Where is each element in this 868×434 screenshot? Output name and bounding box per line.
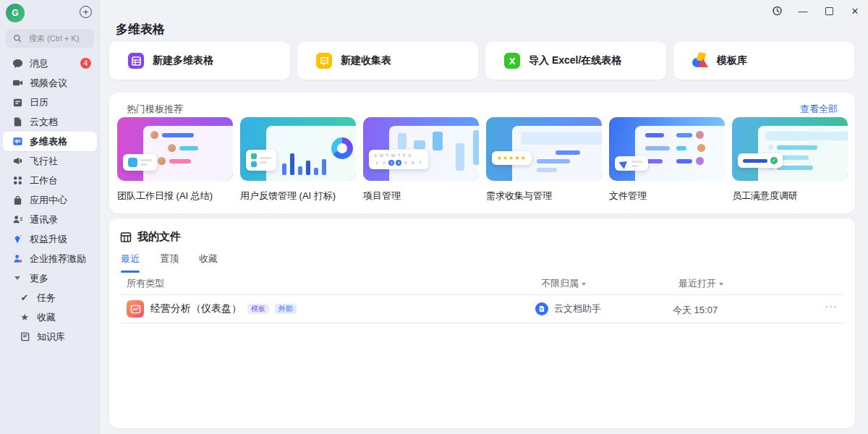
calendar-day: 6 <box>410 160 416 166</box>
tab-favorites[interactable]: 收藏 <box>199 252 218 273</box>
sidebar-item-video-meeting[interactable]: 视频会议 <box>3 73 97 93</box>
template-card-employee-survey[interactable]: ✓ 员工满意度调研 <box>732 117 848 203</box>
file-name[interactable]: 经营分析（仪表盘） <box>150 302 242 315</box>
more-icon[interactable]: ··· <box>825 299 838 312</box>
window-controls: — ✕ <box>771 5 861 17</box>
deco <box>768 145 773 150</box>
filter-owner[interactable]: 不限归属 <box>541 277 586 290</box>
file-row[interactable]: 经营分析（仪表盘） 模板 外部 云文档助手 今天 15:07 ··· <box>109 295 855 323</box>
filter-all-types[interactable]: 所有类型 <box>127 277 164 290</box>
deco <box>615 156 648 171</box>
sidebar-item-label: 应用中心 <box>30 194 67 207</box>
sidebar-item-favorites[interactable]: ★ 收藏 <box>3 307 97 327</box>
history-icon[interactable] <box>771 5 783 17</box>
calendar-day: 3 <box>388 160 394 166</box>
deco <box>168 144 233 152</box>
progress-decoration: ✓ <box>738 153 783 168</box>
sidebar-item-wiki[interactable]: 知识库 <box>3 327 97 346</box>
filter-label: 所有类型 <box>127 277 164 290</box>
button-label: 新建多维表格 <box>153 54 213 67</box>
owner-cell: 云文档助手 <box>535 302 601 315</box>
sidebar-item-contacts[interactable]: 通讯录 <box>3 210 97 229</box>
sidebar-item-tasks[interactable]: ✔ 任务 <box>3 288 97 307</box>
avatar <box>158 157 166 165</box>
deco <box>322 159 326 175</box>
section-title: 我的文件 <box>137 230 181 244</box>
sidebar-item-more[interactable]: 更多 <box>3 268 97 288</box>
close-icon[interactable]: ✕ <box>849 5 861 17</box>
deco <box>537 168 557 172</box>
sidebar-item-upgrade[interactable]: 权益升级 <box>3 229 97 249</box>
sidebar-item-referral[interactable]: 企业推荐激励 <box>3 249 97 268</box>
template-card-daily-report[interactable]: 团队工作日报 (AI 总结) <box>117 117 233 203</box>
deco <box>556 150 580 155</box>
owner-avatar <box>535 302 548 315</box>
deco <box>314 168 318 175</box>
sidebar-item-label: 知识库 <box>37 331 65 344</box>
import-excel-button[interactable]: X 导入 Excel/在线表格 <box>485 42 666 80</box>
sidebar-item-app-center[interactable]: 应用中心 <box>3 190 97 210</box>
button-label: 模板库 <box>717 54 747 67</box>
deco <box>433 132 443 150</box>
deco <box>676 133 692 137</box>
form-icon <box>316 53 332 69</box>
deco <box>266 126 356 181</box>
add-icon[interactable]: + <box>80 6 92 18</box>
deco <box>676 146 686 150</box>
check-icon: ✔ <box>19 292 30 304</box>
template-card-requirements[interactable]: ★★★★★ 需求收集与管理 <box>486 117 602 203</box>
template-card-project-management[interactable]: S M T W T F S 1 2 3 4 5 6 7 项目管理 <box>363 117 479 203</box>
deco <box>777 145 817 150</box>
maximize-icon[interactable] <box>823 5 835 17</box>
deco <box>645 146 670 150</box>
avatar <box>150 131 158 139</box>
file-name-cell: 经营分析（仪表盘） 模板 外部 <box>150 302 297 315</box>
tab-pinned[interactable]: 置顶 <box>160 252 179 273</box>
template-label: 需求收集与管理 <box>486 190 602 203</box>
deco <box>676 159 692 163</box>
sidebar-item-workbench[interactable]: 工作台 <box>3 171 97 190</box>
video-camera-icon <box>12 77 23 89</box>
book-icon <box>19 331 30 343</box>
deco <box>777 166 813 170</box>
filter-sort[interactable]: 最近打开 <box>678 277 723 290</box>
sidebar-item-docs[interactable]: 云文档 <box>3 112 97 132</box>
view-all-link[interactable]: 查看全部 <box>800 103 838 116</box>
deco <box>260 157 271 163</box>
deco <box>698 59 708 67</box>
deco <box>246 150 276 171</box>
deco <box>631 165 639 167</box>
my-files-title: 我的文件 <box>120 230 181 244</box>
deco <box>290 153 294 175</box>
deco <box>251 161 257 167</box>
template-card-user-feedback[interactable]: 用户反馈管理 (AI 打标) <box>240 117 356 203</box>
person-reward-icon <box>12 253 23 265</box>
template-card-file-management[interactable]: 文件管理 <box>609 117 725 203</box>
star-icon: ★ <box>19 312 30 323</box>
new-form-button[interactable]: 新建收集表 <box>297 42 478 80</box>
bag-icon <box>12 195 23 206</box>
sidebar-item-calendar[interactable]: 日历 <box>3 93 97 112</box>
search-input[interactable] <box>27 33 95 43</box>
new-bitable-button[interactable]: 新建多维表格 <box>109 42 290 80</box>
search-box[interactable] <box>6 29 94 48</box>
sidebar-item-messages[interactable]: 消息 4 <box>3 54 97 73</box>
bitable-icon <box>128 53 144 69</box>
tab-recent[interactable]: 最近 <box>121 252 140 273</box>
deco <box>251 153 257 159</box>
document-icon <box>12 116 23 128</box>
deco <box>631 161 643 167</box>
deco <box>140 163 148 166</box>
template-label: 项目管理 <box>363 190 479 203</box>
sidebar-item-bitable[interactable]: 多维表格 <box>3 132 97 151</box>
minimize-icon[interactable]: — <box>797 5 809 17</box>
deco <box>162 133 194 137</box>
calendar-day: 4 <box>396 160 401 166</box>
template-library-button[interactable]: 模板库 <box>673 42 854 80</box>
external-badge: 外部 <box>275 304 297 314</box>
deco <box>169 159 191 163</box>
app-window: G + 消息 4 视频会议 日历 云文档 <box>0 0 868 434</box>
user-avatar[interactable]: G <box>6 4 25 22</box>
deco <box>645 157 725 165</box>
sidebar-item-feishe[interactable]: 飞行社 <box>3 151 97 171</box>
